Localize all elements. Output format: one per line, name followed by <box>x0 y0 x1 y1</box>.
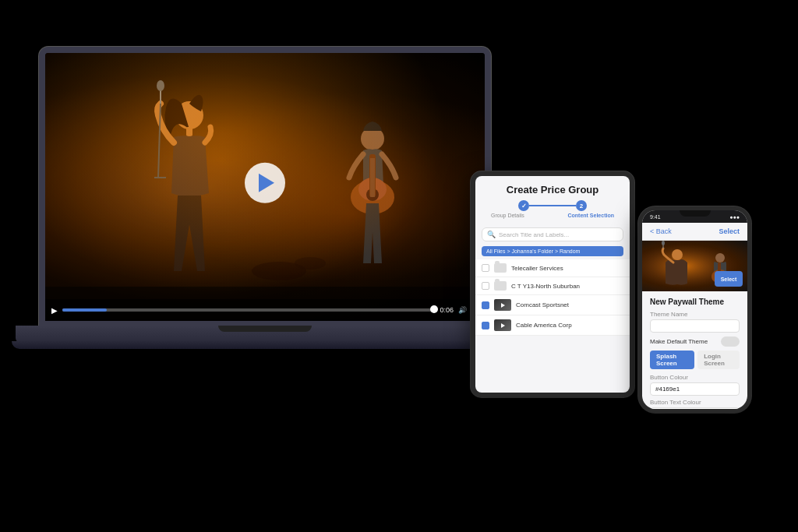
tablet-screen: Create Price Group ✓ 2 Group Details Con… <box>475 176 630 393</box>
select-btn-text: Select <box>721 277 737 282</box>
time-display: 0:06 <box>440 306 454 314</box>
laptop-base <box>16 326 514 343</box>
phone-notch <box>680 210 711 217</box>
svg-point-21 <box>672 249 683 260</box>
phone-content-area: New Paywall Theme Theme Name Make Defaul… <box>642 291 747 409</box>
item-checkbox-checked[interactable] <box>482 322 489 329</box>
laptop-device: ▶ 0:06 🔊 ⛶ <box>39 47 522 374</box>
splash-screen-tab[interactable]: Splash Screen <box>650 351 694 369</box>
folder-icon <box>494 263 507 273</box>
item-checkbox-checked[interactable] <box>482 301 489 309</box>
breadcrumb-text: All Files > Johanna's Folder > Random <box>486 248 580 254</box>
thumb-play-icon <box>494 299 511 311</box>
item-name: C T Y13-North Suburban <box>511 283 623 290</box>
make-default-row: Make Default Theme <box>650 336 740 347</box>
search-icon: 🔍 <box>487 231 496 238</box>
breadcrumb: All Files > Johanna's Folder > Random <box>482 246 623 256</box>
login-screen-tab[interactable]: Login Screen <box>697 351 740 369</box>
create-price-group-title: Create Price Group <box>485 184 620 196</box>
back-button[interactable]: < Back <box>650 227 672 235</box>
phone-screen: 9:41 ●●● < Back Select <box>642 210 747 409</box>
svg-point-24 <box>715 253 725 262</box>
play-icon <box>259 174 274 192</box>
screen-tabs: Splash Screen Login Screen <box>650 351 740 369</box>
progress-fill <box>62 308 107 312</box>
folder-icon <box>494 281 507 291</box>
step-2-dot: 2 <box>576 200 587 211</box>
step-1-label: Group Details <box>491 213 524 218</box>
volume-icon[interactable]: 🔊 <box>458 306 467 314</box>
navigation-header: < Back Select <box>642 223 747 241</box>
step-labels: Group Details Content Selection <box>485 213 620 218</box>
step-1-dot: ✓ <box>518 200 529 211</box>
make-default-label: Make Default Theme <box>650 338 708 345</box>
button-colour-value[interactable]: #4169e1 <box>650 382 740 396</box>
button-text-colour-value[interactable]: #1B1B1B <box>650 407 740 409</box>
status-icons: ●●● <box>729 214 740 220</box>
tablet-header: Create Price Group ✓ 2 Group Details Con… <box>475 176 630 227</box>
content-search[interactable]: 🔍 Search Title and Labels... <box>482 227 623 241</box>
list-item[interactable]: Telecaller Services <box>475 259 630 277</box>
select-overlay-button[interactable]: Select <box>715 271 743 287</box>
item-name: Cable America Corp <box>516 322 623 329</box>
tablet-device: Create Price Group ✓ 2 Group Details Con… <box>471 171 634 397</box>
step-2-label: Content Selection <box>567 213 614 218</box>
item-checkbox[interactable] <box>482 282 489 290</box>
status-time: 9:41 <box>650 214 661 220</box>
button-colour-label: Button Colour <box>650 374 740 381</box>
item-checkbox[interactable] <box>482 264 489 272</box>
search-placeholder-text: Search Title and Labels... <box>499 231 569 238</box>
progress-bar[interactable] <box>62 308 435 312</box>
control-play-icon[interactable]: ▶ <box>51 306 58 315</box>
svg-point-23 <box>662 241 665 245</box>
item-name: Comcast Sportsnet <box>516 301 623 308</box>
laptop-screen: ▶ 0:06 🔊 ⛶ <box>39 47 491 327</box>
select-button[interactable]: Select <box>719 227 740 235</box>
video-thumbnail <box>494 299 511 311</box>
list-item[interactable]: C T Y13-North Suburban <box>475 277 630 295</box>
content-list: Telecaller Services C T Y13-North Suburb… <box>475 259 630 393</box>
theme-name-label: Theme Name <box>650 311 740 318</box>
phone-media-area: Select <box>642 241 747 291</box>
theme-name-input[interactable] <box>650 319 740 333</box>
play-button[interactable] <box>245 163 285 203</box>
video-controls-bar: ▶ 0:06 🔊 ⛶ <box>45 299 485 321</box>
make-default-toggle[interactable] <box>721 336 740 347</box>
thumb-play-icon <box>494 319 511 331</box>
video-player: ▶ 0:06 🔊 ⛶ <box>45 53 485 321</box>
list-item[interactable]: Comcast Sportsnet <box>475 295 630 315</box>
new-paywall-theme-title: New Paywall Theme <box>650 298 740 306</box>
laptop-notch <box>218 326 312 332</box>
step-line <box>529 205 576 206</box>
item-name: Telecaller Services <box>511 265 623 272</box>
phone-device: 9:41 ●●● < Back Select <box>638 206 751 413</box>
video-thumbnail <box>494 319 511 331</box>
steps-indicator: ✓ 2 <box>485 200 620 211</box>
list-item[interactable]: Cable America Corp <box>475 315 630 336</box>
laptop-foot <box>12 341 518 349</box>
button-text-colour-label: Button Text Colour <box>650 399 740 406</box>
progress-dot <box>430 305 438 313</box>
